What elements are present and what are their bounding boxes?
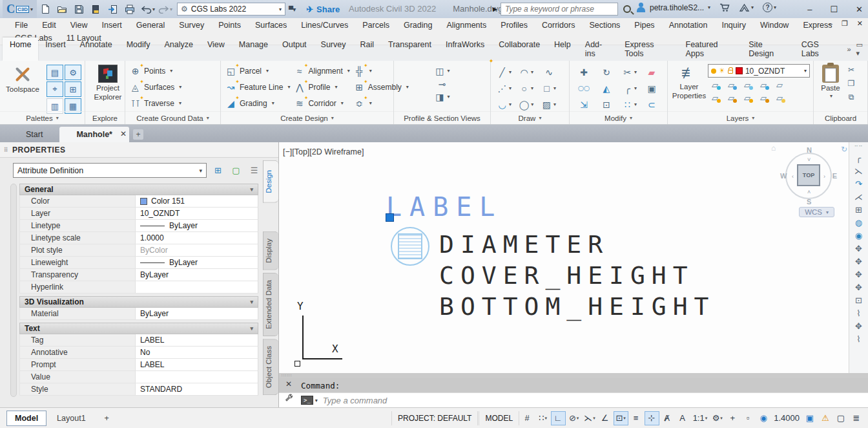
viewcube-south[interactable]: S	[807, 198, 811, 206]
menu-item[interactable]: Window	[753, 21, 796, 30]
panel-label-layers[interactable]: Layers▾	[668, 111, 813, 124]
arc-button[interactable]: ◠▾	[515, 64, 537, 80]
corridor-button[interactable]: ≋Corridor▾	[292, 95, 351, 111]
layer-thaw-all-icon[interactable]: ▱	[741, 92, 753, 103]
palette-grip-icon[interactable]: ⠿	[4, 147, 8, 153]
menu-item[interactable]: Sections	[582, 21, 627, 30]
clean-screen-icon[interactable]: ▢	[834, 411, 849, 425]
viewport-controls[interactable]: [−][Top][2D Wireframe]	[283, 147, 364, 156]
menu-item[interactable]: Survey	[172, 21, 211, 30]
layer-match-icon[interactable]: ▱	[725, 92, 737, 103]
layer-freeze-icon[interactable]: ▱	[725, 79, 737, 91]
property-row[interactable]: Hyperlink	[19, 281, 258, 294]
warning-icon[interactable]: ⚠	[818, 411, 833, 425]
grading-button[interactable]: ◢Grading▾	[223, 95, 292, 111]
help-menu[interactable]: ?▾	[763, 3, 776, 12]
cursor-star-icon[interactable]: ✥	[855, 322, 862, 330]
layer-unlock-all-icon[interactable]: ▱	[758, 92, 769, 103]
snap-mode-icon[interactable]: ∷▾	[535, 411, 550, 425]
rectangle-button[interactable]: □▾	[537, 80, 561, 96]
point-label-icon[interactable]: ✥	[855, 257, 862, 266]
annotation-scale-value[interactable]: 1.4000	[772, 411, 802, 425]
command-input[interactable]: Type a command	[323, 396, 387, 405]
paste-special-icon[interactable]: ⧉	[845, 91, 858, 103]
new-layout-button[interactable]: +	[96, 411, 118, 426]
construction-line-button[interactable]: ⋰▾	[493, 80, 515, 96]
user-avatar-icon[interactable]	[636, 3, 646, 12]
autodesk-app-store-icon[interactable]: ▾	[739, 3, 754, 12]
panel-label-palettes[interactable]: Palettes▾	[0, 111, 85, 124]
section-views-button[interactable]: ◨▾	[434, 91, 450, 102]
doc-close-icon[interactable]: ✕	[857, 19, 863, 28]
points-button[interactable]: ⊕Points▾	[128, 63, 218, 79]
menu-item[interactable]: General	[129, 21, 172, 30]
viewcube-east-chevron[interactable]: ›	[823, 173, 825, 180]
share-button[interactable]: ✈ Share	[306, 5, 340, 14]
settings-toggle-icon[interactable]: ⚙	[65, 65, 81, 80]
tab-insert[interactable]: Insert	[38, 37, 72, 61]
doc-minimize-icon[interactable]: –	[829, 19, 832, 28]
undo-caret-icon[interactable]: ▾	[152, 6, 155, 12]
customization-icon[interactable]: ≣	[849, 411, 864, 425]
trim-button[interactable]: ✂▾	[617, 64, 642, 80]
workspace-gear-icon[interactable]: ⚙▾	[710, 411, 725, 425]
array-button[interactable]: ∷▾	[617, 96, 642, 112]
menu-item[interactable]: Alignments	[439, 21, 493, 30]
application-menu-button[interactable]: C C3D ▾	[3, 0, 37, 18]
attribute-bottom-height[interactable]: BOTTOM_HEIGHT	[439, 292, 715, 321]
angle-guide-icon[interactable]: ⋌	[854, 193, 863, 201]
command-input-row[interactable]: >_ ▾ Type a command	[279, 392, 868, 407]
user-name[interactable]: petra.tiholeS2...	[650, 3, 704, 12]
tab-view[interactable]: View	[200, 37, 232, 61]
graphics-performance-icon[interactable]: ◉	[756, 411, 771, 425]
tab-modify[interactable]: Modify	[119, 37, 158, 61]
attribute-diameter[interactable]: DIAMETER	[439, 230, 609, 259]
explode-button[interactable]: ▣	[642, 80, 661, 96]
print-icon[interactable]	[121, 1, 138, 17]
corner-fillet-icon[interactable]: ╭	[856, 154, 862, 162]
annotation-visibility-icon[interactable]: Ⱥ	[660, 411, 675, 425]
move-button[interactable]: ✚	[572, 64, 595, 80]
layer-off-icon[interactable]: ▱	[741, 79, 753, 91]
section-header-text[interactable]: Text	[19, 323, 258, 334]
panel-label-design[interactable]: Create Design▾	[221, 111, 393, 124]
object-snap-icon[interactable]: ⊡▾	[614, 411, 628, 425]
property-row[interactable]: Linetype ByLayer	[19, 220, 258, 232]
viewcube-orbit-icon[interactable]: ↻	[841, 145, 847, 154]
snap-tracking-icon[interactable]: ⋋▾	[582, 411, 597, 425]
copy-clip-icon[interactable]: ❐	[845, 78, 858, 89]
panel-label-draw[interactable]: Draw▾	[491, 111, 569, 124]
tab-analyze[interactable]: Analyze	[157, 37, 200, 61]
line-button[interactable]: ╱▾	[493, 64, 515, 80]
pickadd-toggle-icon[interactable]: ⊞	[211, 164, 225, 177]
layer-lock-icon[interactable]: ▱	[758, 79, 769, 91]
point-grid-icon[interactable]: ✥	[855, 244, 862, 253]
tab-express-tools[interactable]: Express Tools	[617, 37, 678, 61]
scale-button[interactable]: ⊡	[595, 96, 617, 112]
menu-item[interactable]: Surfaces	[248, 21, 294, 30]
tab-survey[interactable]: Survey	[314, 37, 353, 61]
property-row[interactable]: Layer 10_OZNDT	[19, 208, 258, 220]
tab-site-design[interactable]: Site Design	[741, 37, 794, 61]
command-options-chip[interactable]: >_ ▾	[301, 396, 318, 405]
viewcube-north-chevron[interactable]: ˅	[807, 156, 811, 163]
menu-item[interactable]: Corridors	[535, 21, 582, 30]
isolate-objects-icon[interactable]: ▫	[741, 411, 756, 425]
ellipse-button[interactable]: ◯▾	[515, 96, 537, 112]
menu-item[interactable]: View	[63, 21, 95, 30]
menu-item[interactable]: Profiles	[493, 21, 535, 30]
survey-toggle-icon[interactable]: ⌖	[46, 81, 63, 97]
menu-item[interactable]: Lines/Curves	[294, 21, 355, 30]
tab-output[interactable]: Output	[275, 37, 314, 61]
layer-isolate-icon[interactable]: ▱	[709, 79, 721, 91]
object-type-dropdown[interactable]: Attribute Definition ▾	[13, 163, 207, 178]
tab-rail[interactable]: Rail	[353, 37, 381, 61]
palette-title-bar[interactable]: ⠿ PROPERTIES	[0, 142, 278, 158]
panel-label-modify[interactable]: Modify▾	[570, 111, 667, 124]
section-header-general[interactable]: General	[19, 184, 258, 195]
grip-handle[interactable]	[386, 213, 394, 222]
ribbon-overflow-icon[interactable]: »	[847, 45, 851, 53]
tab-featured-apps[interactable]: Featured Apps	[679, 37, 742, 61]
palette-tab-object-class[interactable]: Object Class	[263, 339, 278, 395]
menu-item[interactable]: Pipes	[627, 21, 661, 30]
